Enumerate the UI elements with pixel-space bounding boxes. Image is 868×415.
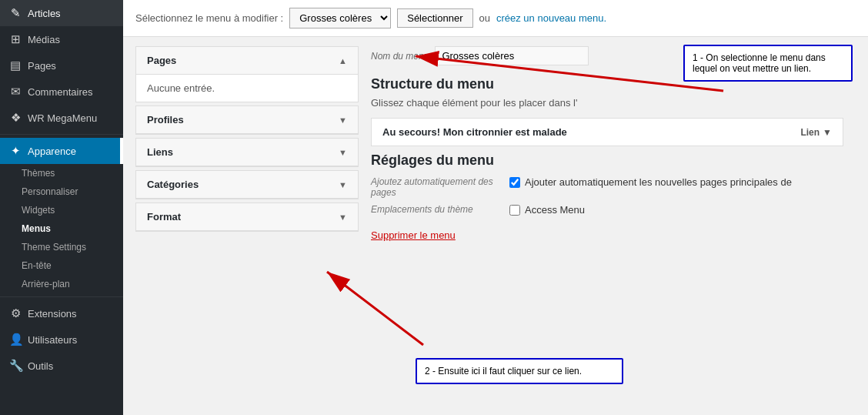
accordion-categories: Catégories ▼ [135, 170, 359, 199]
sidebar-item-personnaliser[interactable]: Personnaliser [22, 182, 123, 201]
or-text: ou [479, 12, 490, 24]
accordion-profiles-header[interactable]: Profiles ▼ [136, 106, 358, 134]
chevron-down-icon5: ▼ [823, 127, 832, 138]
chevron-down-icon: ▼ [339, 115, 347, 125]
sidebar-item-pages[interactable]: ▤ Pages [0, 52, 123, 79]
sidebar-item-wrmegamenu[interactable]: ❖ WR MegaMenu [0, 105, 123, 131]
sidebar-item-menus[interactable]: Menus [22, 219, 123, 238]
pages-icon: ▤ [9, 59, 22, 72]
divider2 [0, 296, 123, 297]
divider [0, 134, 123, 135]
main-wrapper: Sélectionnez le menu à modifier : Grosse… [123, 0, 868, 415]
accordion-categories-header[interactable]: Catégories ▼ [136, 171, 358, 199]
create-menu-link[interactable]: créez un nouveau menu. [496, 12, 606, 24]
sidebar-item-arriere-plan[interactable]: Arrière-plan [22, 275, 123, 293]
sidebar: ✎ Articles ⊞ Médias ▤ Pages ✉ Commentair… [0, 0, 123, 415]
accordion-pages-body: Aucune entrée. [136, 75, 358, 102]
accordion-pages-header[interactable]: Pages ▲ [136, 47, 358, 75]
content-area: Pages ▲ Aucune entrée. Profiles ▼ Liens … [123, 37, 868, 415]
annotation-box-1: 1 - On selectionne le menu dans lequel o… [683, 45, 853, 82]
settings-label-2: Emplacements du thème [371, 204, 494, 215]
sidebar-item-articles[interactable]: ✎ Articles [0, 0, 123, 26]
sidebar-item-medias[interactable]: ⊞ Médias [0, 26, 123, 52]
menu-name-input[interactable] [435, 46, 589, 65]
commentaires-icon: ✉ [9, 85, 22, 99]
accordion-liens-header[interactable]: Liens ▼ [136, 139, 358, 166]
menu-name-label: Nom du menu [371, 51, 429, 62]
annotation-box-2: 2 - Ensuite ici il faut cliquer sur ce l… [416, 358, 623, 384]
reglages-section: Réglages du menu Ajoutez automatiquement… [371, 152, 843, 216]
menu-item-title: Au secours! Mon citronnier est malade [382, 126, 567, 138]
sidebar-item-outils[interactable]: 🔧 Outils [0, 353, 123, 379]
settings-label-1: Ajoutez automatiquement des pages [371, 176, 494, 198]
sidebar-sub-apparence: Thèmes Personnaliser Widgets Menus Theme… [0, 164, 123, 293]
sidebar-item-apparence[interactable]: ✦ Apparence [0, 138, 123, 164]
chevron-down-icon3: ▼ [339, 180, 347, 189]
chevron-up-icon: ▲ [339, 56, 347, 65]
menu-item-badge: Lien ▼ [800, 127, 832, 138]
accordion-format-header[interactable]: Format ▼ [136, 203, 358, 231]
structure-desc: Glissez chaque élément pour les placer d… [371, 97, 843, 109]
reglages-title: Réglages du menu [371, 152, 843, 169]
settings-value-1: Ajouter automatiquement les nouvelles pa… [509, 176, 792, 188]
topbar: Sélectionnez le menu à modifier : Grosse… [123, 0, 868, 37]
topbar-label: Sélectionnez le menu à modifier : [135, 12, 283, 24]
left-panel: Pages ▲ Aucune entrée. Profiles ▼ Liens … [135, 46, 359, 406]
extensions-icon: ⚙ [9, 306, 22, 320]
accordion-profiles: Profiles ▼ [135, 105, 359, 135]
chevron-down-icon4: ▼ [339, 213, 347, 222]
sidebar-item-utilisateurs[interactable]: 👤 Utilisateurs [0, 326, 123, 353]
menu-select[interactable]: Grosses colères [289, 8, 391, 28]
sidebar-item-commentaires[interactable]: ✉ Commentaires [0, 79, 123, 105]
sidebar-item-extensions[interactable]: ⚙ Extensions [0, 300, 123, 326]
medias-icon: ⊞ [9, 32, 22, 46]
accordion-format: Format ▼ [135, 202, 359, 232]
sidebar-item-widgets[interactable]: Widgets [22, 201, 123, 219]
sidebar-item-theme-settings[interactable]: Theme Settings [22, 238, 123, 256]
settings-value-2: Access Menu [509, 204, 585, 216]
delete-link[interactable]: Supprimer le menu [371, 229, 456, 241]
utilisateurs-icon: 👤 [9, 333, 22, 346]
wrmegamenu-icon: ❖ [9, 111, 22, 125]
articles-icon: ✎ [9, 6, 22, 20]
accordion-liens: Liens ▼ [135, 138, 359, 167]
sidebar-item-themes[interactable]: Thèmes [22, 164, 123, 182]
settings-row-1: Ajoutez automatiquement des pages Ajoute… [371, 176, 843, 198]
outils-icon: 🔧 [9, 359, 22, 373]
auto-add-checkbox[interactable] [509, 177, 520, 188]
menu-item-box: Au secours! Mon citronnier est malade Li… [371, 118, 843, 146]
settings-row-2: Emplacements du thème Access Menu [371, 204, 843, 216]
select-button[interactable]: Sélectionner [397, 8, 472, 28]
sidebar-item-en-tete[interactable]: En-tête [22, 256, 123, 275]
access-menu-checkbox[interactable] [509, 205, 520, 216]
chevron-down-icon2: ▼ [339, 148, 347, 157]
right-panel: Nom du menu Structure du menu Glissez ch… [359, 46, 856, 406]
accordion-pages: Pages ▲ Aucune entrée. [135, 46, 359, 102]
apparence-icon: ✦ [9, 144, 22, 158]
